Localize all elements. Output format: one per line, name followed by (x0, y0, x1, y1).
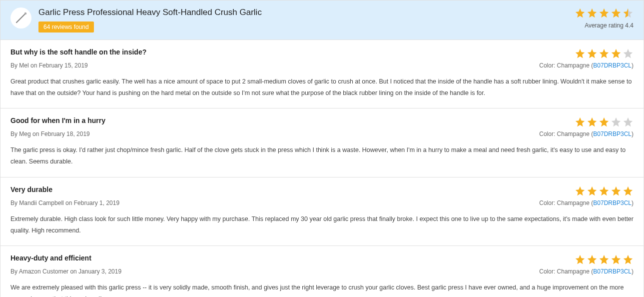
review-author: Meg (19, 130, 30, 138)
review-variant: Color: Champagne (B07DRBP3CL) (539, 130, 634, 138)
asin-link[interactable]: B07DRBP3CL (593, 130, 632, 138)
review-stars (575, 48, 634, 59)
svg-line-0 (16, 14, 25, 22)
header-main: Garlic Press Professional Heavy Soft-Han… (38, 8, 575, 32)
review-color-value: Champagne (557, 200, 592, 206)
review-item: But why is the soft handle on the inside… (0, 40, 644, 108)
review-stars (575, 186, 634, 196)
page-container: Garlic Press Professional Heavy Soft-Han… (0, 0, 644, 297)
review-date: February 1, 2019 (74, 200, 119, 206)
asin-link[interactable]: B07DRBP3CL (593, 268, 632, 275)
product-header: Garlic Press Professional Heavy Soft-Han… (0, 0, 644, 40)
review-body: We are extremely pleased with this garli… (10, 282, 634, 297)
review-variant: Color: Champagne (B07DRBP3CL) (539, 268, 634, 275)
review-byline: By Meg on February 18, 2019 (10, 130, 90, 138)
asin-link[interactable]: B07DRBP3CL (593, 200, 632, 206)
review-color-value: Champagne (557, 62, 592, 69)
review-title: Heavy-duty and efficient (10, 254, 91, 262)
review-body: Extremely durable. High class look for s… (10, 214, 634, 236)
review-byline: By Mandii Campbell on February 1, 2019 (10, 200, 119, 206)
avg-stars (575, 8, 634, 18)
review-color-value: Champagne (557, 130, 592, 138)
review-item: Good for when I'm in a hurry By Meg on F… (0, 108, 644, 177)
review-byline: By Mel on February 15, 2019 (10, 62, 88, 69)
review-variant: Color: Champagne (B07DRBP3CL) (539, 62, 634, 69)
svg-point-1 (24, 12, 27, 15)
review-stars (575, 254, 634, 265)
review-title: Very durable (10, 186, 52, 194)
garlic-press-icon (13, 10, 28, 26)
review-author: Mel (19, 62, 28, 69)
header-rating: Average rating 4.4 (575, 8, 634, 29)
review-body: The garlic press is okay. I'd rather jus… (10, 144, 634, 168)
review-stars (575, 116, 634, 128)
review-date: February 15, 2019 (39, 62, 88, 69)
reviews-count-badge: 64 reviews found (38, 22, 94, 32)
review-color-value: Champagne (557, 268, 592, 275)
review-byline: By Amazon Customer on January 3, 2019 (10, 268, 121, 275)
review-item: Very durable By Mandii Campbell on Febru… (0, 178, 644, 246)
review-variant: Color: Champagne (B07DRBP3CL) (539, 200, 634, 206)
review-title: But why is the soft handle on the inside… (10, 48, 146, 56)
product-title: Garlic Press Professional Heavy Soft-Han… (38, 8, 575, 18)
review-title: Good for when I'm in a hurry (10, 116, 105, 124)
review-item: Heavy-duty and efficient By Amazon Custo… (0, 246, 644, 297)
review-body: Great product that crushes garlic easily… (10, 76, 634, 99)
avg-rating-label: Average rating 4.4 (575, 22, 634, 29)
product-image-icon (10, 8, 31, 28)
review-author: Mandii Campbell (19, 200, 63, 206)
asin-link[interactable]: B07DRBP3CL (593, 62, 632, 69)
review-date: January 3, 2019 (78, 268, 121, 275)
review-date: February 18, 2019 (41, 130, 90, 138)
review-author: Amazon Customer (19, 268, 68, 275)
